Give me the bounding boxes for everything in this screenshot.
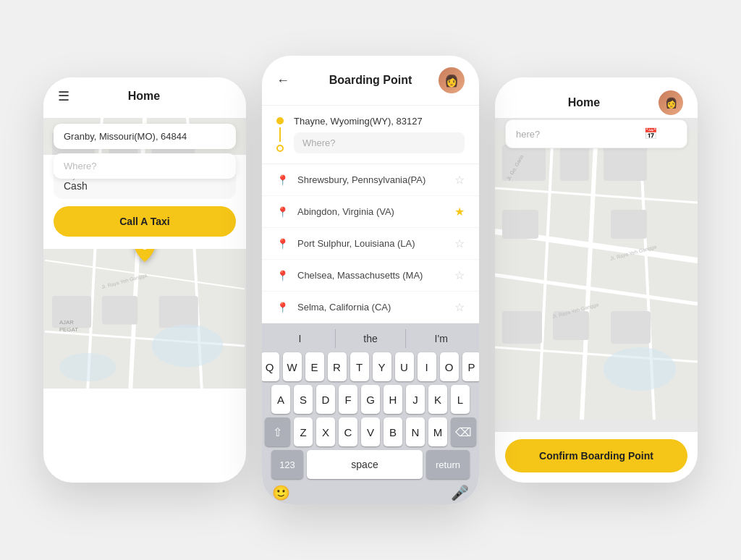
key-o[interactable]: O: [440, 352, 459, 381]
suggestion-2[interactable]: the: [336, 329, 407, 348]
space-key[interactable]: space: [307, 450, 423, 479]
scene: ☰ Home Granby, Missouri(MO), 64844 Where…: [0, 0, 741, 560]
left-search-container: Granby, Missouri(MO), 64844 Where?: [43, 118, 246, 189]
key-a[interactable]: A: [271, 385, 290, 414]
key-j[interactable]: J: [406, 385, 425, 414]
phone-left: ☰ Home Granby, Missouri(MO), 64844 Where…: [43, 77, 246, 483]
location-icon: 📍: [276, 270, 289, 281]
key-b[interactable]: B: [384, 417, 402, 446]
star-icon[interactable]: ☆: [454, 173, 465, 187]
key-x[interactable]: X: [316, 417, 335, 446]
keyboard-row-2: A S D F G H J K L: [265, 385, 476, 414]
left-from-input[interactable]: Granby, Missouri(MO), 64844: [54, 124, 236, 149]
calendar-icon[interactable]: 📅: [644, 127, 658, 140]
location-name: Port Sulphur, Louisiana (LA): [297, 238, 446, 249]
key-t[interactable]: T: [350, 352, 369, 381]
key-f[interactable]: F: [339, 385, 357, 414]
key-m[interactable]: M: [428, 417, 447, 446]
key-y[interactable]: Y: [373, 352, 391, 381]
svg-rect-36: [502, 311, 542, 344]
star-icon[interactable]: ☆: [454, 300, 465, 314]
locations-list: 📍 Shrewsbury, Pennsylvania(PA) ☆ 📍 Abing…: [262, 164, 479, 323]
key-r[interactable]: R: [328, 352, 347, 381]
list-item[interactable]: 📍 Chelsea, Massachusetts (MA) ☆: [262, 260, 479, 292]
list-item[interactable]: 📍 Abingdon, Virginia (VA) ★: [262, 196, 479, 228]
svg-rect-14: [102, 296, 137, 324]
key-v[interactable]: V: [361, 417, 380, 446]
keyboard: I the I'm Q W E R T Y U I O P A S D: [262, 323, 479, 504]
key-u[interactable]: U: [395, 352, 414, 381]
location-icon: 📍: [276, 302, 289, 313]
location-icon: 📍: [276, 174, 289, 186]
call-taxi-button[interactable]: Call A Taxi: [54, 206, 236, 237]
location-name: Shrewsbury, Pennsylvania(PA): [297, 174, 446, 185]
star-icon-active[interactable]: ★: [454, 205, 465, 219]
key-l[interactable]: L: [451, 385, 470, 414]
route-dots: [276, 116, 284, 152]
right-phone-title: Home: [509, 96, 659, 109]
location-icon: 📍: [276, 238, 289, 250]
right-search-bar: here? 📅: [495, 115, 698, 153]
suggestion-3[interactable]: I'm: [406, 329, 476, 348]
right-search-input[interactable]: here? 📅: [505, 119, 687, 148]
route-line: [279, 127, 281, 142]
key-p[interactable]: P: [462, 352, 480, 381]
svg-text:AJAR: AJAR: [59, 319, 74, 326]
keyboard-icons-row: 🙂 🎤: [265, 483, 476, 504]
list-item[interactable]: 📍 Shrewsbury, Pennsylvania(PA) ☆: [262, 164, 479, 196]
user-avatar: 👩: [439, 67, 465, 93]
svg-point-17: [59, 353, 117, 381]
key-e[interactable]: E: [305, 352, 324, 381]
origin-dot: [276, 117, 284, 124]
key-g[interactable]: G: [361, 385, 380, 414]
left-to-input[interactable]: Where?: [54, 153, 236, 179]
route-from-text: Thayne, Wyoming(WY), 83127: [294, 116, 465, 127]
route-section: Thayne, Wyoming(WY), 83127 Where?: [262, 106, 479, 164]
svg-point-39: [604, 347, 676, 391]
location-name: Chelsea, Massachusetts (MA): [297, 270, 446, 281]
phone-center: ← Boarding Point 👩 Thayne, Wyoming(WY), …: [262, 56, 479, 504]
back-arrow-icon[interactable]: ←: [276, 73, 289, 88]
key-h[interactable]: H: [384, 385, 402, 414]
emoji-icon[interactable]: 🙂: [272, 484, 290, 501]
svg-rect-35: [611, 210, 647, 239]
confirm-boarding-point-button[interactable]: Confirm Boarding Point: [505, 439, 687, 472]
key-k[interactable]: K: [428, 385, 447, 414]
list-item[interactable]: 📍 Port Sulphur, Louisiana (LA) ☆: [262, 228, 479, 260]
svg-rect-15: [159, 296, 198, 328]
route-inputs: Thayne, Wyoming(WY), 83127 Where?: [294, 116, 465, 153]
shift-key[interactable]: ⇧: [265, 417, 290, 446]
microphone-icon[interactable]: 🎤: [451, 484, 469, 501]
star-icon[interactable]: ☆: [454, 237, 465, 250]
key-d[interactable]: D: [316, 385, 335, 414]
return-key[interactable]: return: [426, 450, 470, 479]
keyboard-row-3: ⇧ Z X C V B N M ⌫: [265, 417, 476, 446]
key-i[interactable]: I: [418, 352, 436, 381]
key-s[interactable]: S: [294, 385, 313, 414]
center-header: ← Boarding Point 👩: [262, 56, 479, 106]
key-n[interactable]: N: [406, 417, 425, 446]
left-phone-title: Home: [69, 90, 219, 103]
key-c[interactable]: C: [339, 417, 357, 446]
phone-right: Home 👩 here? 📅: [495, 77, 698, 483]
star-icon[interactable]: ☆: [454, 268, 465, 282]
location-name: Abingdon, Virginia (VA): [297, 206, 446, 217]
location-icon: 📍: [276, 206, 289, 218]
backspace-key[interactable]: ⌫: [451, 417, 476, 446]
key-z[interactable]: Z: [294, 417, 313, 446]
route-to-input[interactable]: Where?: [294, 132, 465, 153]
key-q[interactable]: Q: [262, 352, 279, 381]
list-item[interactable]: 📍 Selma, California (CA) ☆: [262, 292, 479, 323]
keyboard-suggestions: I the I'm: [265, 329, 476, 348]
suggestion-1[interactable]: I: [265, 329, 336, 348]
key-w[interactable]: W: [283, 352, 302, 381]
svg-text:PEGAT: PEGAT: [59, 326, 78, 333]
numbers-key[interactable]: 123: [271, 450, 303, 479]
right-map: Ji. Raya Yeh Gangga Ji. Raya Yeh Gangga …: [495, 118, 698, 432]
svg-rect-38: [611, 311, 651, 344]
destination-dot: [276, 145, 284, 152]
svg-point-16: [152, 324, 223, 367]
center-phone-title: Boarding Point: [329, 74, 412, 87]
menu-icon[interactable]: ☰: [58, 88, 69, 104]
svg-rect-34: [502, 210, 538, 239]
